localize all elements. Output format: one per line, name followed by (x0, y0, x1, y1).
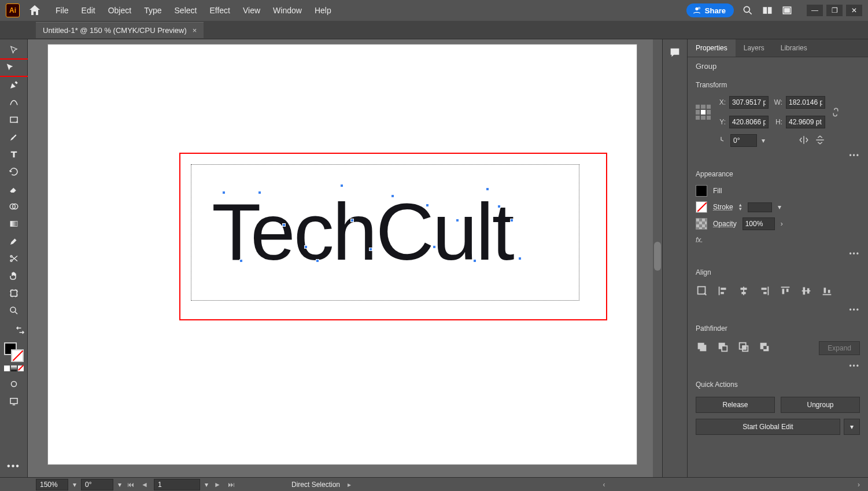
align-top-icon[interactable] (779, 285, 792, 299)
tab-properties[interactable]: Properties (688, 39, 736, 57)
anchor-point[interactable] (433, 245, 436, 249)
close-button[interactable]: ✕ (846, 5, 862, 16)
w-input[interactable] (786, 96, 825, 109)
workspace-switcher-icon[interactable] (781, 5, 793, 16)
eyedropper-tool[interactable] (5, 233, 23, 249)
stroke-label[interactable]: Stroke (713, 203, 733, 211)
tab-libraries[interactable]: Libraries (773, 39, 815, 57)
document-tab[interactable]: Untitled-1* @ 150 % (CMYK/CPU Preview) × (36, 22, 204, 38)
pen-tool[interactable] (5, 77, 23, 93)
hand-tool[interactable] (5, 268, 23, 284)
color-mode-solid[interactable] (4, 366, 10, 371)
vertical-scrollbar[interactable] (653, 39, 662, 477)
align-more-options[interactable]: ••• (688, 305, 868, 319)
stroke-color-swatch[interactable] (696, 201, 707, 213)
opacity-flyout-icon[interactable]: › (781, 220, 783, 228)
home-icon[interactable] (28, 3, 42, 17)
stroke-weight-input[interactable] (748, 202, 772, 212)
constrain-proportions-icon[interactable] (829, 107, 843, 117)
last-artboard-icon[interactable]: ⏭ (227, 481, 236, 489)
pathfinder-expand-button[interactable]: Expand (819, 341, 860, 355)
rotate-tool[interactable] (5, 164, 23, 180)
reference-point-locator[interactable] (696, 105, 711, 120)
anchor-point[interactable] (222, 191, 226, 194)
search-icon[interactable] (742, 5, 754, 16)
menu-effect[interactable]: Effect (209, 6, 230, 15)
align-left-icon[interactable] (716, 285, 729, 299)
scrollbar-thumb[interactable] (654, 242, 661, 271)
arrange-documents-icon[interactable] (762, 5, 773, 16)
document-tab-close-icon[interactable]: × (193, 26, 197, 35)
fx-button[interactable]: fx. (696, 232, 860, 245)
comments-panel-icon[interactable] (668, 46, 681, 61)
align-right-icon[interactable] (758, 285, 771, 299)
anchor-point[interactable] (426, 204, 429, 207)
direct-selection-tool[interactable] (0, 60, 30, 76)
eraser-tool[interactable] (5, 181, 23, 197)
swap-fill-stroke-icon[interactable] (2, 322, 25, 338)
anchor-point[interactable] (258, 191, 261, 194)
anchor-point[interactable] (456, 219, 459, 222)
align-bottom-icon[interactable] (821, 285, 833, 299)
opacity-swatch[interactable] (696, 218, 707, 230)
menu-window[interactable]: Window (273, 6, 302, 15)
h-input[interactable] (786, 116, 825, 128)
menu-file[interactable]: File (56, 6, 69, 15)
x-input[interactable] (729, 96, 769, 109)
flip-horizontal-icon[interactable] (799, 135, 809, 147)
rectangle-tool[interactable] (5, 112, 23, 128)
next-artboard-icon[interactable]: ► (213, 481, 222, 489)
appearance-more-options[interactable]: ••• (688, 249, 868, 263)
transform-more-options[interactable]: ••• (688, 150, 868, 164)
screen-mode[interactable] (5, 393, 23, 409)
menu-edit[interactable]: Edit (82, 6, 95, 15)
opacity-input[interactable] (743, 217, 775, 230)
hscroll-right-icon[interactable]: › (854, 481, 863, 489)
align-to-icon[interactable] (696, 285, 708, 299)
align-vcenter-icon[interactable] (800, 285, 812, 299)
maximize-button[interactable]: ❐ (826, 5, 843, 16)
paintbrush-tool[interactable] (5, 129, 23, 145)
fill-color-swatch[interactable] (696, 185, 707, 197)
y-input[interactable] (729, 116, 769, 128)
stroke-weight-stepper[interactable]: ▴▾ (739, 203, 742, 211)
align-hcenter-icon[interactable] (737, 285, 750, 299)
stroke-swatch[interactable] (11, 349, 24, 362)
pathfinder-unite-icon[interactable] (696, 341, 708, 355)
menu-type[interactable]: Type (144, 6, 161, 15)
hscroll-left-icon[interactable]: ‹ (600, 481, 609, 489)
fill-stroke-indicator[interactable] (4, 342, 24, 362)
rotate-dropdown-icon[interactable]: ▾ (118, 481, 121, 489)
share-button[interactable]: Share (686, 3, 734, 17)
rotate-view-input[interactable] (81, 479, 113, 490)
anchor-point[interactable] (486, 187, 489, 191)
menu-view[interactable]: View (243, 6, 260, 15)
pathfinder-more-options[interactable]: ••• (688, 361, 868, 375)
ungroup-button[interactable]: Ungroup (781, 397, 860, 413)
anchor-point[interactable] (391, 194, 394, 198)
tab-layers[interactable]: Layers (736, 39, 773, 57)
menu-object[interactable]: Object (108, 6, 131, 15)
anchor-point[interactable] (510, 219, 514, 222)
anchor-point[interactable] (340, 184, 343, 187)
pathfinder-intersect-icon[interactable] (737, 341, 750, 355)
selection-tool[interactable] (5, 42, 23, 58)
first-artboard-icon[interactable]: ⏮ (126, 481, 135, 489)
zoom-level-input[interactable] (36, 479, 68, 490)
pathfinder-exclude-icon[interactable] (758, 341, 771, 355)
artboard-dropdown-icon[interactable]: ▾ (205, 481, 208, 489)
canvas-text[interactable]: TechCult (212, 185, 513, 279)
rotate-dropdown-icon[interactable]: ▾ (762, 136, 765, 145)
color-mode-none[interactable] (18, 366, 24, 371)
color-mode-gradient[interactable] (11, 366, 17, 371)
anchor-point[interactable] (304, 245, 308, 249)
anchor-point[interactable] (497, 205, 501, 208)
menu-select[interactable]: Select (175, 6, 197, 15)
shape-builder-tool[interactable] (5, 198, 23, 215)
edit-toolbar-button[interactable]: ••• (7, 461, 20, 471)
stroke-weight-dropdown-icon[interactable]: ▾ (778, 203, 781, 211)
type-tool[interactable] (5, 146, 23, 163)
anchor-point[interactable] (239, 259, 243, 263)
scissors-tool[interactable] (5, 250, 23, 267)
gradient-tool[interactable] (5, 216, 23, 232)
